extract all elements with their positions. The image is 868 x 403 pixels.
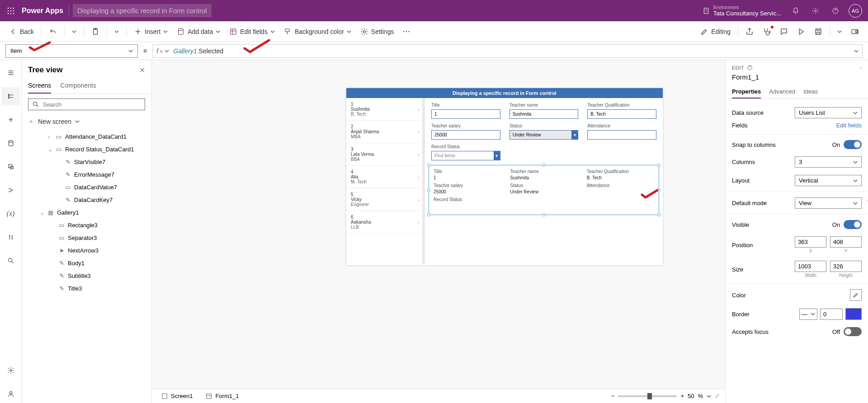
tree-item-starvisible[interactable]: ✎StarVisible7 — [22, 155, 151, 168]
tab-ideas[interactable]: Ideas — [803, 85, 818, 98]
tree-item-datacardkey[interactable]: ✎DataCardKey7 — [22, 193, 151, 206]
formula-bar[interactable]: fx Gallery1.Selected — [152, 44, 863, 58]
variables-icon[interactable]: (x) — [2, 205, 20, 223]
app-title[interactable]: Displaying a specific record in Form con… — [73, 4, 212, 17]
comments-button[interactable] — [776, 25, 792, 38]
design-canvas[interactable]: Displaying a specific record in Form con… — [346, 88, 663, 265]
snap-toggle[interactable] — [844, 140, 862, 149]
height-input[interactable] — [830, 261, 862, 272]
field-title[interactable] — [431, 109, 500, 119]
hamburger-icon[interactable] — [2, 64, 20, 82]
field-teacher-qual[interactable] — [587, 109, 656, 119]
gallery-item[interactable]: 5VickyEngineer› — [346, 188, 422, 211]
app-launcher-icon[interactable] — [4, 4, 18, 18]
tree-item-subtitle3[interactable]: ✎Subtitle3 — [22, 269, 151, 282]
visible-toggle[interactable] — [844, 220, 862, 229]
preview-button[interactable] — [793, 25, 809, 38]
settings-button[interactable]: Settings — [357, 25, 398, 38]
tools-icon[interactable] — [2, 228, 20, 246]
layout-dropdown[interactable]: Vertical — [795, 175, 862, 186]
tree-search-input[interactable] — [43, 101, 141, 108]
settings-gear-icon[interactable] — [807, 2, 825, 20]
back-button[interactable]: Back — [5, 25, 38, 38]
app-checker-button[interactable] — [759, 25, 774, 38]
border-width-input[interactable] — [820, 309, 843, 320]
gallery-item[interactable]: 2Anjali SharmaMBA› — [346, 121, 422, 143]
tree-item-attendance-datacard[interactable]: ›▭Attendance_DataCard1 — [22, 130, 151, 143]
publish-button[interactable] — [847, 25, 863, 38]
field-record-status[interactable]: Find items▾ — [431, 151, 500, 160]
gallery-item[interactable]: 1SushmitaB. Tech› — [346, 98, 422, 121]
field-attendance[interactable] — [587, 130, 656, 140]
editing-mode[interactable]: Editing — [697, 25, 734, 38]
zoom-in[interactable]: + — [680, 393, 684, 399]
edit-fields-link[interactable]: Edit fields — [836, 122, 862, 129]
chevron-down-icon[interactable] — [707, 394, 711, 398]
accepts-focus-toggle[interactable] — [844, 327, 862, 336]
save-button[interactable] — [811, 25, 826, 38]
settings-rail-icon[interactable] — [2, 361, 20, 380]
help-icon[interactable] — [826, 2, 844, 20]
gallery[interactable]: 1SushmitaB. Tech› 2Anjali SharmaMBA› 3La… — [346, 98, 425, 264]
undo-menu[interactable] — [68, 27, 80, 37]
tree-item-body1[interactable]: ✎Body1 — [22, 257, 151, 269]
copilot-icon[interactable] — [2, 385, 20, 403]
sb-form11[interactable]: Form1_1 — [202, 391, 242, 402]
tree-item-nextarrow3[interactable]: ➤NextArrow3 — [22, 244, 151, 257]
zoom-slider[interactable] — [618, 395, 677, 397]
tree-view-icon[interactable] — [2, 87, 20, 105]
property-selector[interactable]: Item — [5, 44, 138, 58]
tree-item-separator3[interactable]: ▭Separator3 — [22, 231, 151, 244]
paste-button[interactable] — [88, 25, 103, 38]
tab-screens[interactable]: Screens — [28, 78, 51, 94]
fit-screen[interactable]: ⤢ — [715, 393, 720, 399]
tab-components[interactable]: Components — [60, 78, 96, 94]
pos-y-input[interactable] — [830, 236, 862, 248]
tree-item-errormessage[interactable]: ✎ErrorMessage7 — [22, 168, 151, 181]
share-button[interactable] — [742, 25, 757, 38]
tree-item-gallery1[interactable]: ⌄▦Gallery1 — [22, 206, 151, 219]
media-icon[interactable] — [2, 158, 20, 176]
data-source-dropdown[interactable]: Users List — [795, 107, 862, 118]
field-teacher-name[interactable] — [509, 109, 579, 119]
tree-search[interactable] — [28, 98, 145, 110]
help-icon[interactable] — [747, 65, 753, 70]
chevron-down-icon[interactable] — [854, 49, 859, 53]
columns-dropdown[interactable]: 3 — [795, 156, 862, 168]
environment-selector[interactable]: Environment Tata Consultancy Servic... — [703, 5, 781, 17]
bg-color-button[interactable]: Background color — [280, 25, 355, 38]
flows-icon[interactable] — [2, 181, 20, 199]
gallery-item[interactable]: 6AakanshaLLB› — [346, 211, 422, 234]
border-color-swatch[interactable] — [845, 308, 862, 320]
new-screen-button[interactable]: ＋ New screen — [22, 115, 151, 130]
insert-plus-icon[interactable] — [2, 111, 20, 129]
tree-item-record-status-datacard[interactable]: ⌄▭Record Status_DataCard1 — [22, 143, 151, 155]
insert-button[interactable]: Insert — [130, 25, 171, 38]
default-mode-dropdown[interactable]: View — [795, 197, 862, 209]
gallery-item[interactable]: 3Lata VermaBBA› — [346, 143, 422, 166]
search-icon[interactable] — [2, 252, 20, 270]
add-data-button[interactable]: Add data — [173, 25, 224, 38]
tree-item-title3[interactable]: ✎Title3 — [22, 282, 151, 295]
publish-menu[interactable] — [834, 27, 845, 37]
sb-screen1[interactable]: Screen1 — [157, 391, 196, 402]
paste-menu[interactable] — [111, 27, 123, 37]
field-teacher-salary[interactable] — [431, 130, 500, 140]
form2-selected[interactable]: Title1 Teacher nameSushmita Teacher Qual… — [429, 165, 659, 215]
tree-item-rectangle3[interactable]: ▭Rectangle3 — [22, 219, 151, 231]
gallery-item[interactable]: 4AliaM. Tech› — [346, 166, 422, 188]
more-button[interactable]: ⋯ — [399, 27, 414, 36]
close-icon[interactable]: ✕ — [139, 66, 145, 75]
tab-advanced[interactable]: Advanced — [769, 85, 795, 98]
pos-x-input[interactable] — [795, 236, 826, 248]
border-style-dropdown[interactable]: — — [799, 309, 817, 320]
tab-properties[interactable]: Properties — [732, 85, 761, 98]
notifications-icon[interactable] — [787, 2, 805, 20]
color-edit-button[interactable] — [850, 289, 862, 301]
edit-fields-button[interactable]: Edit fields — [226, 25, 278, 38]
field-status[interactable]: Under Review▾ — [509, 130, 579, 140]
user-avatar[interactable]: AG — [846, 2, 864, 20]
data-icon[interactable] — [2, 134, 20, 152]
width-input[interactable] — [795, 261, 826, 272]
tree-item-datacardvalue[interactable]: ▭DataCardValue7 — [22, 181, 151, 193]
